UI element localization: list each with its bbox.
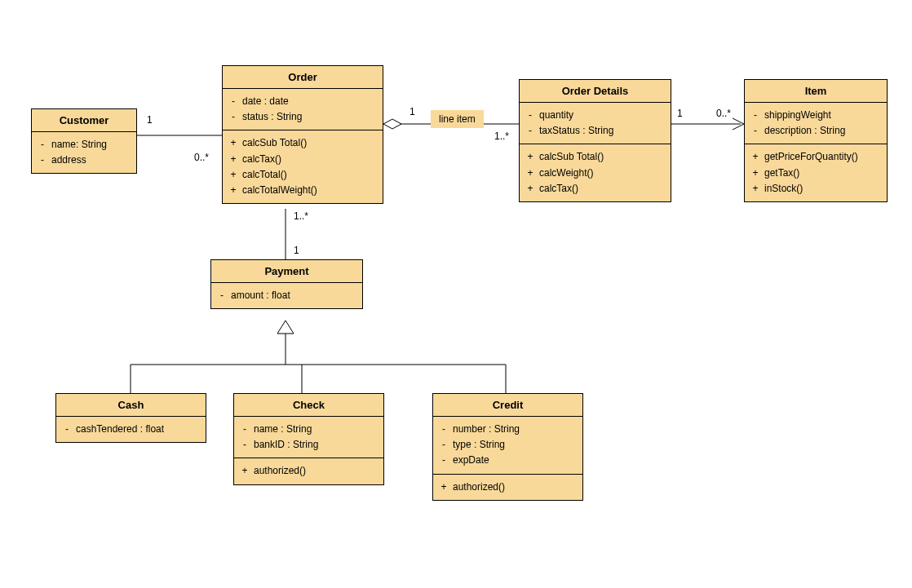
class-check: Check -name : String -bankID : String +a… — [233, 393, 384, 485]
class-cash: Cash -cashTendered : float — [55, 393, 206, 443]
ops: +getPriceForQuantity() +getTax() +inStoc… — [745, 144, 887, 201]
ops: +calcSub Total() +calcTax() +calcTotal()… — [223, 130, 383, 203]
class-title: Customer — [32, 109, 136, 132]
mult-payment-1: 1 — [294, 245, 299, 256]
class-credit: Credit -number : String -type : String -… — [432, 393, 583, 501]
ops: +calcSub Total() +calcWeight() +calcTax(… — [520, 144, 671, 201]
mult-item-0star: 0..* — [716, 108, 731, 119]
class-title: Order Details — [520, 80, 671, 103]
class-payment: Payment -amount : float — [210, 259, 363, 309]
class-title: Item — [745, 80, 887, 103]
class-customer: Customer -name: String -address — [31, 108, 137, 174]
svg-marker-2 — [383, 119, 401, 129]
class-order-details: Order Details -quantity -taxStatus : Str… — [519, 79, 671, 202]
mult-order-payment-1star: 1..* — [294, 210, 308, 222]
class-title: Payment — [211, 260, 362, 283]
mult-customer-1: 1 — [147, 114, 153, 126]
attrs: -amount : float — [211, 283, 362, 308]
class-title: Credit — [433, 394, 582, 417]
mult-orderdetails-1: 1 — [677, 108, 683, 119]
mult-order-0star: 0..* — [194, 152, 209, 163]
attrs: -cashTendered : float — [56, 417, 206, 442]
attrs: -name: String -address — [32, 132, 136, 173]
attrs: -name : String -bankID : String — [234, 417, 383, 458]
attrs: -quantity -taxStatus : String — [520, 103, 671, 144]
mult-order-aggr-1: 1 — [410, 106, 415, 117]
class-title: Cash — [56, 394, 206, 417]
attrs: -number : String -type : String -expDate — [433, 417, 582, 475]
class-item: Item -shippingWeight -description : Stri… — [744, 79, 888, 202]
class-order: Order -date : date -status : String +cal… — [222, 65, 383, 204]
ops: +authorized() — [234, 458, 383, 484]
class-title: Order — [223, 66, 383, 89]
association-label-line-item: line item — [431, 110, 484, 128]
svg-marker-5 — [277, 321, 294, 334]
mult-orderdetails-1star: 1..* — [494, 130, 509, 142]
attrs: -date : date -status : String — [223, 89, 383, 130]
attrs: -shippingWeight -description : String — [745, 103, 887, 144]
class-title: Check — [234, 394, 383, 417]
ops: +authorized() — [433, 475, 582, 500]
